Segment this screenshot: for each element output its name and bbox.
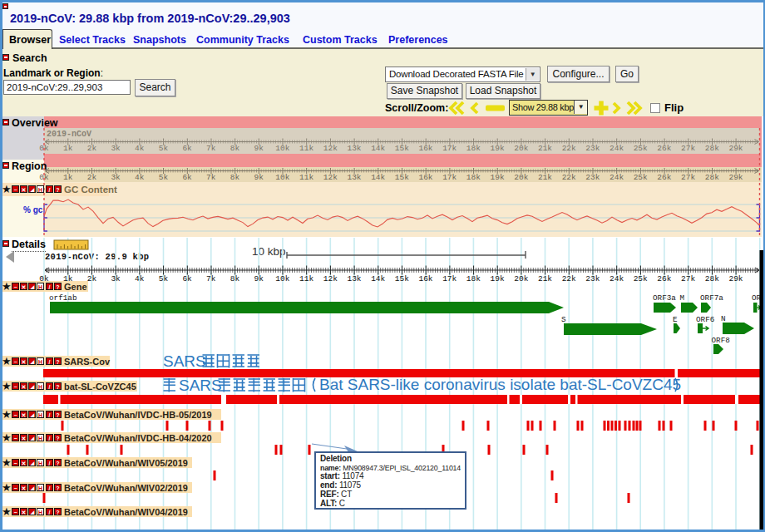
svg-text:15k: 15k xyxy=(395,144,409,153)
svg-text:ORF8: ORF8 xyxy=(712,336,730,345)
svg-text:9k: 9k xyxy=(254,274,264,283)
svg-text:M: M xyxy=(680,293,685,303)
svg-text:11k: 11k xyxy=(299,274,313,283)
svg-text:25k: 25k xyxy=(634,274,648,283)
svg-text:1k: 1k xyxy=(63,144,73,153)
svg-text:22k: 22k xyxy=(562,173,576,182)
svg-text:10k: 10k xyxy=(275,144,289,153)
svg-text:26k: 26k xyxy=(657,173,671,182)
svg-text:17k: 17k xyxy=(442,173,457,182)
svg-text:25k: 25k xyxy=(634,173,648,182)
svg-text:8k: 8k xyxy=(230,173,240,182)
svg-text:13k: 13k xyxy=(347,274,361,283)
svg-text:18k: 18k xyxy=(466,274,481,283)
svg-text:16k: 16k xyxy=(418,173,432,182)
svg-text:N: N xyxy=(721,314,726,323)
svg-text:26k: 26k xyxy=(657,274,671,283)
svg-text:27k: 27k xyxy=(681,144,695,153)
svg-text:2k: 2k xyxy=(87,173,97,182)
svg-text:10k: 10k xyxy=(275,173,289,182)
svg-text:20k: 20k xyxy=(514,274,528,283)
svg-text:29k: 29k xyxy=(728,144,743,153)
svg-text:14k: 14k xyxy=(371,274,385,283)
svg-text:29k: 29k xyxy=(728,173,743,182)
svg-text:29k: 29k xyxy=(728,274,743,283)
svg-text:18k: 18k xyxy=(466,144,481,153)
svg-text:15k: 15k xyxy=(395,173,409,182)
svg-text:5k: 5k xyxy=(159,144,169,153)
svg-text:3k: 3k xyxy=(111,274,121,283)
svg-text:7k: 7k xyxy=(206,144,216,153)
svg-text:8k: 8k xyxy=(230,144,240,153)
svg-text:21k: 21k xyxy=(538,173,552,182)
svg-text:14k: 14k xyxy=(371,173,385,182)
svg-text:18k: 18k xyxy=(466,173,481,182)
svg-text:6k: 6k xyxy=(182,144,192,153)
svg-text:12k: 12k xyxy=(323,144,338,153)
svg-text:Bat SARS-like coronavirus isol: Bat SARS-like coronavirus isolate bat-SL… xyxy=(319,376,681,393)
svg-text:7k: 7k xyxy=(206,274,216,283)
svg-text:ORF6: ORF6 xyxy=(696,315,714,324)
svg-text:13k: 13k xyxy=(347,144,361,153)
svg-text:2k: 2k xyxy=(87,144,97,153)
svg-text:ORF7a: ORF7a xyxy=(700,293,723,303)
svg-text:20k: 20k xyxy=(514,144,528,153)
svg-text:19k: 19k xyxy=(491,173,505,182)
svg-text:4k: 4k xyxy=(135,144,145,153)
svg-text:ORF3a: ORF3a xyxy=(653,293,676,303)
svg-text:24k: 24k xyxy=(610,144,624,153)
svg-text:16k: 16k xyxy=(418,274,432,283)
svg-text:9k: 9k xyxy=(254,144,264,153)
svg-text:23k: 23k xyxy=(585,173,600,182)
svg-text:28k: 28k xyxy=(705,144,719,153)
svg-text:15k: 15k xyxy=(395,274,409,283)
svg-text:23k: 23k xyxy=(585,144,600,153)
svg-text:17k: 17k xyxy=(442,274,457,283)
svg-text:23k: 23k xyxy=(585,274,600,283)
svg-text:27k: 27k xyxy=(681,173,695,182)
svg-text:19k: 19k xyxy=(491,274,505,283)
svg-text:10k: 10k xyxy=(275,274,289,283)
svg-text:11k: 11k xyxy=(299,173,313,182)
svg-text:2019-nCoV: 2019-nCoV xyxy=(47,130,91,139)
svg-text:28k: 28k xyxy=(705,173,719,182)
svg-text:26k: 26k xyxy=(657,144,671,153)
svg-text:SARS: SARS xyxy=(163,352,206,370)
svg-text:14k: 14k xyxy=(371,144,385,153)
svg-text:22k: 22k xyxy=(562,274,576,283)
svg-text:S: S xyxy=(561,315,566,324)
svg-text:12k: 12k xyxy=(323,274,338,283)
svg-text:E: E xyxy=(673,315,678,324)
svg-text:9k: 9k xyxy=(254,173,264,182)
svg-text:4k: 4k xyxy=(135,173,145,182)
svg-text:6k: 6k xyxy=(182,173,192,182)
svg-text:2k: 2k xyxy=(87,274,97,283)
svg-text:21k: 21k xyxy=(538,144,552,153)
svg-text:27k: 27k xyxy=(681,274,695,283)
svg-text:11k: 11k xyxy=(299,144,313,153)
svg-text:7k: 7k xyxy=(206,173,216,182)
svg-text:1k: 1k xyxy=(63,173,73,182)
svg-text:6k: 6k xyxy=(182,274,192,283)
svg-text:orf1ab: orf1ab xyxy=(49,293,76,303)
svg-text:13k: 13k xyxy=(347,173,361,182)
svg-text:5k: 5k xyxy=(159,274,169,283)
svg-text:16k: 16k xyxy=(418,144,432,153)
svg-text:20k: 20k xyxy=(514,173,528,182)
svg-text:3k: 3k xyxy=(111,144,121,153)
svg-text:3k: 3k xyxy=(111,173,121,182)
svg-text:5k: 5k xyxy=(159,173,169,182)
svg-text:22k: 22k xyxy=(562,144,576,153)
svg-text:12k: 12k xyxy=(323,173,338,182)
svg-text:4k: 4k xyxy=(135,274,145,283)
svg-text:21k: 21k xyxy=(538,274,552,283)
svg-text:24k: 24k xyxy=(610,274,624,283)
svg-text:17k: 17k xyxy=(442,144,457,153)
svg-text:8k: 8k xyxy=(230,274,240,283)
svg-text:24k: 24k xyxy=(610,173,624,182)
svg-text:SARS: SARS xyxy=(179,377,222,394)
svg-text:19k: 19k xyxy=(491,144,505,153)
svg-text:28k: 28k xyxy=(705,274,719,283)
svg-text:25k: 25k xyxy=(634,144,648,153)
